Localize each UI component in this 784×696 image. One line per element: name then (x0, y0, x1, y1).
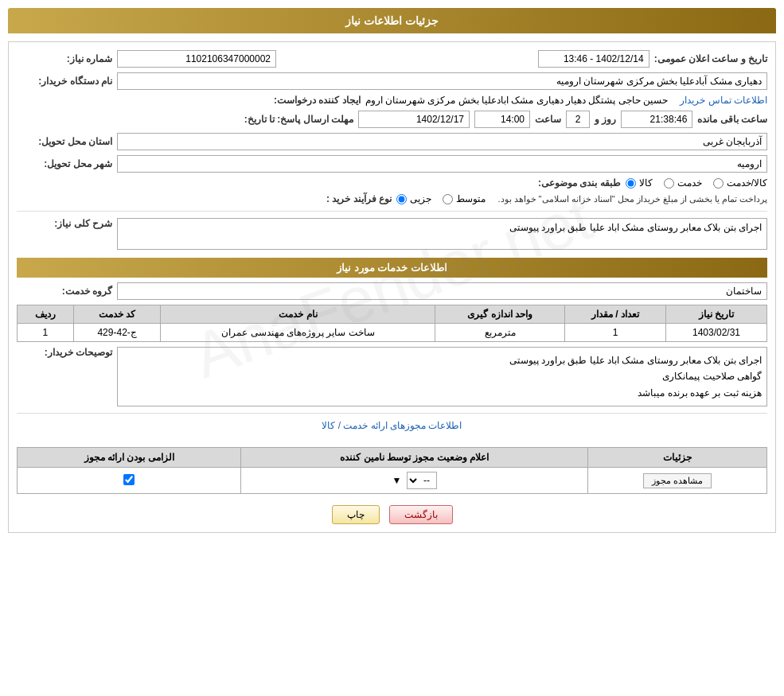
delivery-city-label: شهر محل تحویل: (17, 158, 112, 169)
category-radio-goods[interactable] (626, 178, 636, 189)
divider (17, 211, 767, 212)
process-small-label: جزیی (410, 193, 431, 204)
time-label: ساعت (535, 114, 561, 125)
remain-days-value: 2 (566, 111, 590, 128)
category-label: طبقه بندی موضوعی: (525, 177, 621, 189)
delivery-city-value: ارومیه (117, 155, 767, 173)
buyer-org-label: نام دستگاه خریدار: (17, 76, 112, 87)
permits-table: جزئیات اعلام وضعیت مجوز توسط نامین کننده… (17, 447, 767, 494)
buyer-notes-value: اجرای بتن بلاک معابر روستای مشک اباد علی… (117, 347, 767, 406)
need-summary-label: شرح کلی نیاز: (17, 218, 112, 229)
delivery-province-label: استان محل تحویل: (17, 136, 112, 147)
view-permit-button[interactable]: مشاهده مجوز (643, 473, 712, 488)
col-permit-required: الزامی بودن ارائه مجوز (18, 448, 241, 468)
col-need-date: تاریخ نیاز (665, 305, 766, 324)
col-row-num: ردیف (18, 305, 74, 324)
service-info-title: اطلاعات خدمات مورد نیاز (17, 258, 767, 278)
category-radio-service-goods[interactable] (713, 178, 724, 189)
process-note: پرداخت تمام یا بخشی از مبلغ خریداز محل "… (497, 194, 767, 204)
service-group-label: گروه خدمت: (17, 286, 112, 297)
category-option-service-goods-label: کالا/خدمت (727, 177, 767, 189)
announcement-date-label: تاریخ و ساعت اعلان عمومی: (654, 53, 767, 64)
category-radio-group: کالا/خدمت خدمت کالا (626, 177, 767, 189)
permit-status-select[interactable]: -- (407, 472, 437, 489)
back-button[interactable]: بازگشت (389, 505, 453, 524)
permit-required-checkbox[interactable] (123, 474, 135, 485)
category-option-service-goods[interactable]: کالا/خدمت (713, 177, 767, 189)
col-service-code: کد خدمت (73, 305, 160, 324)
response-time-value: 14:00 (474, 111, 530, 128)
footer-buttons: بازگشت چاپ (17, 505, 767, 524)
category-option-goods[interactable]: کالا (626, 177, 653, 189)
col-unit: واحد اندازه گیری (435, 305, 565, 324)
requester-label: ایجاد کننده درخواست: (265, 95, 361, 106)
cell-unit: مترمربع (435, 324, 565, 342)
cell-need-date: 1403/02/31 (665, 324, 766, 342)
col-permit-supplier-status: اعلام وضعیت مجوز توسط نامین کننده (241, 448, 588, 468)
category-radio-service[interactable] (664, 178, 674, 189)
delivery-province-value: آذربایجان غربی (117, 133, 767, 150)
need-number-label: شماره نیاز: (17, 53, 112, 64)
response-deadline-label: مهلت ارسال پاسخ: تا تاریخ: (244, 114, 353, 125)
process-radio-medium[interactable] (443, 194, 453, 204)
buyer-org-value: دهیاری مشک آبادعلیا بخش مرکزی شهرستان ار… (117, 72, 767, 90)
category-option-service[interactable]: خدمت (664, 177, 702, 189)
permit-required-cell (18, 468, 241, 494)
day-label: روز و (595, 114, 616, 125)
page-title: جزئیات اطلاعات نیاز (8, 8, 776, 33)
services-table: تاریخ نیاز تعداد / مقدار واحد اندازه گیر… (17, 305, 767, 342)
table-row: 1403/02/31 1 مترمربع ساخت سایر پروژه‌های… (18, 324, 767, 342)
requester-link[interactable]: اطلاعات تماس خریدار (680, 95, 767, 106)
process-option-small[interactable]: جزیی (396, 193, 431, 204)
need-number-value: 1102106347000002 (117, 50, 276, 68)
requester-name: حسین حاجی پشتگل دهیار دهیاری مشک ابادعلی… (365, 95, 668, 106)
cell-quantity: 1 (565, 324, 666, 342)
remain-time-value: 21:38:46 (621, 111, 692, 128)
divider2 (17, 413, 767, 414)
cell-row-num: 1 (18, 324, 74, 342)
col-service-name: نام خدمت (161, 305, 435, 324)
print-button[interactable]: چاپ (332, 505, 380, 524)
process-radio-group: متوسط جزیی (396, 193, 486, 204)
process-radio-small[interactable] (396, 194, 407, 204)
process-type-label: نوع فرآیند خرید : (296, 193, 392, 204)
permits-link[interactable]: اطلاعات مجوزهای ارائه خدمت / کالا (17, 420, 767, 431)
cell-service-name: ساخت سایر پروژه‌های مهندسی عمران (161, 324, 435, 342)
announcement-date-value: 1402/12/14 - 13:46 (538, 50, 649, 68)
buyer-notes-label: توصیحات خریدار: (17, 347, 112, 358)
col-permit-details: جزئیات (588, 448, 767, 468)
response-date-value: 1402/12/17 (358, 111, 470, 128)
service-group-value: ساختمان (117, 282, 767, 300)
category-option-goods-label: کالا (639, 177, 653, 189)
remain-time-label: ساعت باقی مانده (697, 114, 767, 125)
cell-service-code: ج-42-429 (73, 324, 160, 342)
permit-details-cell[interactable]: مشاهده مجوز (588, 468, 767, 494)
process-medium-label: متوسط (456, 193, 486, 204)
category-option-service-label: خدمت (677, 177, 702, 189)
process-option-medium[interactable]: متوسط (443, 193, 486, 204)
permit-supplier-status-cell[interactable]: -- ▼ (241, 468, 588, 494)
col-quantity: تعداد / مقدار (565, 305, 666, 324)
need-summary-value: اجرای بتن بلاک معابر روستای مشک اباد علی… (117, 218, 767, 250)
permit-row: مشاهده مجوز -- ▼ (18, 468, 767, 494)
